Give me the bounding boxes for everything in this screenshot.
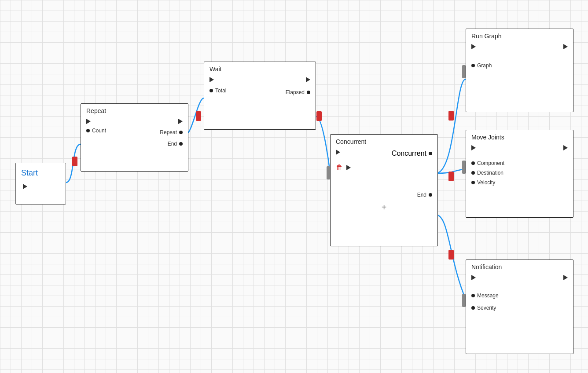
connector-wait-concurrent[interactable] (316, 111, 322, 121)
connector-repeat-wait[interactable] (196, 111, 201, 121)
move-joints-destination-dot (471, 171, 475, 175)
run-graph-left-handle[interactable] (462, 65, 466, 78)
notification-play-left[interactable] (471, 275, 476, 280)
wait-elapsed-dot (307, 91, 310, 94)
concurrent-left-handle[interactable] (327, 166, 330, 179)
run-graph-graph-label: Graph (477, 62, 492, 69)
run-graph-play-right[interactable] (563, 44, 568, 49)
move-joints-velocity-dot (471, 181, 475, 184)
connector-concurrent-mj[interactable] (448, 172, 454, 181)
wait-elapsed-label: Elapsed (286, 89, 305, 95)
concurrent-end-label: End (417, 192, 426, 198)
move-joints-title: Move Joints (466, 130, 573, 143)
notification-message-label: Message (477, 293, 499, 299)
connector-start-repeat[interactable] (72, 157, 77, 166)
repeat-end-label: End (168, 141, 177, 147)
move-joints-component-dot (471, 161, 475, 165)
repeat-end-dot (179, 142, 183, 146)
repeat-count-label: Count (92, 128, 106, 134)
connector-concurrent-rg[interactable] (448, 111, 454, 121)
wait-total-label: Total (215, 88, 226, 94)
move-joints-destination-label: Destination (477, 170, 503, 176)
concurrent-end-dot (429, 193, 432, 197)
notification-severity-label: Severity (477, 305, 496, 311)
wait-node[interactable]: Wait Total Elapsed (204, 62, 316, 130)
move-joints-component-label: Component (477, 160, 504, 166)
start-node[interactable]: Start (15, 163, 66, 205)
concurrent-trash-icon[interactable]: 🗑 (336, 164, 343, 172)
wait-play-left[interactable] (209, 77, 214, 82)
wait-play-right[interactable] (306, 77, 310, 82)
run-graph-graph-dot (471, 64, 475, 67)
repeat-repeat-label: Repeat (160, 129, 177, 135)
start-play-icon[interactable] (23, 184, 27, 189)
wait-title: Wait (204, 62, 316, 74)
repeat-node[interactable]: Repeat Count Repeat (81, 103, 188, 172)
notification-message-dot (471, 294, 475, 297)
wait-total-dot (209, 89, 213, 92)
move-joints-left-handle[interactable] (462, 161, 466, 174)
move-joints-node[interactable]: Move Joints Component (466, 130, 573, 218)
start-label: Start (21, 168, 60, 178)
concurrent-concurrent-label: Concurrent (392, 150, 426, 157)
move-joints-velocity-label: Velocity (477, 179, 495, 186)
repeat-play-left[interactable] (86, 119, 91, 124)
concurrent-play-left[interactable] (336, 150, 340, 155)
notification-node[interactable]: Notification Message (466, 260, 573, 354)
concurrent-node[interactable]: Concurrent 🗑 Concurrent (330, 134, 438, 246)
repeat-play-right[interactable] (178, 119, 183, 124)
notification-play-right[interactable] (563, 275, 568, 280)
move-joints-play-right[interactable] (563, 145, 568, 150)
concurrent-concurrent-dot (429, 152, 432, 155)
concurrent-title: Concurrent (331, 135, 437, 147)
move-joints-play-left[interactable] (471, 145, 476, 150)
notification-title: Notification (466, 260, 573, 272)
connector-concurrent-notif[interactable] (448, 250, 454, 260)
workflow-canvas: Start Repeat Count (0, 0, 588, 373)
run-graph-play-left[interactable] (471, 44, 476, 49)
repeat-count-dot (86, 129, 90, 132)
concurrent-item-play[interactable] (346, 165, 351, 170)
notification-severity-dot (471, 306, 475, 310)
run-graph-title: Run Graph (466, 29, 573, 41)
repeat-title: Repeat (81, 104, 188, 116)
concurrent-add-button[interactable]: + (336, 202, 432, 212)
repeat-repeat-dot (179, 131, 183, 134)
notification-left-handle[interactable] (462, 294, 466, 307)
run-graph-node[interactable]: Run Graph Graph (466, 29, 573, 112)
